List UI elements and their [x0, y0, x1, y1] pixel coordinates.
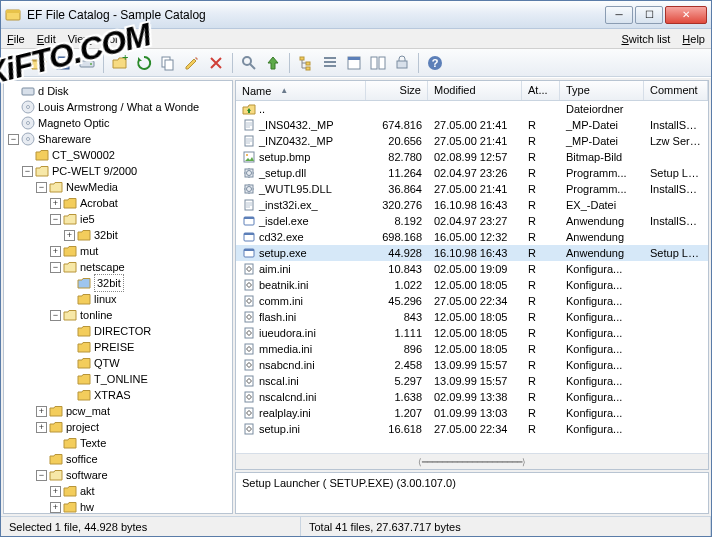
- maximize-button[interactable]: ☐: [635, 6, 663, 24]
- expand-icon[interactable]: +: [64, 230, 75, 241]
- file-row[interactable]: setup.bmp82.78002.08.99 12:57RBitmap-Bil…: [236, 149, 708, 165]
- tree-node[interactable]: +project: [8, 419, 232, 435]
- file-row[interactable]: comm.ini45.29627.05.00 22:34RKonfigura..…: [236, 293, 708, 309]
- tree-node[interactable]: soffice: [8, 451, 232, 467]
- expand-icon[interactable]: +: [36, 422, 47, 433]
- col-size[interactable]: Size: [366, 81, 428, 100]
- file-row[interactable]: realplay.ini1.20701.09.99 13:03RKonfigur…: [236, 405, 708, 421]
- tree-node[interactable]: −NewMedia: [8, 179, 232, 195]
- collapse-icon[interactable]: −: [36, 182, 47, 193]
- folder-open-icon: [63, 260, 77, 274]
- drive-icon[interactable]: [77, 53, 97, 73]
- help-icon[interactable]: ?: [425, 53, 445, 73]
- file-row[interactable]: nscalcnd.ini1.63802.09.99 13:38RKonfigur…: [236, 389, 708, 405]
- tree-node[interactable]: −Shareware: [8, 131, 232, 147]
- expand-icon[interactable]: +: [50, 198, 61, 209]
- search-icon[interactable]: [239, 53, 259, 73]
- file-row[interactable]: aim.ini10.84302.05.00 19:09RKonfigura...: [236, 261, 708, 277]
- file-row[interactable]: _WUTL95.DLL36.86427.05.00 21:41RProgramm…: [236, 181, 708, 197]
- collapse-icon[interactable]: −: [36, 470, 47, 481]
- tree-node[interactable]: 32bit: [8, 275, 232, 291]
- col-attributes[interactable]: At...: [522, 81, 560, 100]
- collapse-icon[interactable]: −: [50, 310, 61, 321]
- view2-icon[interactable]: [368, 53, 388, 73]
- menu-file[interactable]: File: [7, 33, 25, 45]
- tree-node[interactable]: Louis Armstrong / What a Wonde: [8, 99, 232, 115]
- expand-icon[interactable]: +: [36, 406, 47, 417]
- tree-icon[interactable]: [296, 53, 316, 73]
- tree-label: hw: [80, 499, 94, 514]
- minimize-button[interactable]: ─: [605, 6, 633, 24]
- floppy-icon[interactable]: [53, 53, 73, 73]
- expand-icon[interactable]: +: [50, 486, 61, 497]
- close-button[interactable]: ✕: [665, 6, 707, 24]
- file-row[interactable]: cd32.exe698.16816.05.00 12:32RAnwendung: [236, 229, 708, 245]
- collapse-icon[interactable]: −: [22, 166, 33, 177]
- menu-edit[interactable]: Edit: [37, 33, 56, 45]
- file-row[interactable]: _INZ0432._MP20.65627.05.00 21:41R_MP-Dat…: [236, 133, 708, 149]
- tree-node[interactable]: d Disk: [8, 83, 232, 99]
- tree-node[interactable]: −ie5: [8, 211, 232, 227]
- col-type[interactable]: Type: [560, 81, 644, 100]
- copy-icon[interactable]: [158, 53, 178, 73]
- tree-node[interactable]: +hw: [8, 499, 232, 514]
- collapse-icon[interactable]: −: [50, 214, 61, 225]
- tree-node[interactable]: PREISE: [8, 339, 232, 355]
- file-row[interactable]: nsabcnd.ini2.45813.09.99 15:57RKonfigura…: [236, 357, 708, 373]
- tree-node[interactable]: −netscape: [8, 259, 232, 275]
- menu-options[interactable]: tions: [103, 33, 126, 45]
- cell-att: R: [522, 295, 560, 307]
- collapse-icon[interactable]: −: [50, 262, 61, 273]
- delete-icon[interactable]: [206, 53, 226, 73]
- tree-node[interactable]: −PC-WELT 9/2000: [8, 163, 232, 179]
- col-modified[interactable]: Modified: [428, 81, 522, 100]
- tree-node[interactable]: T_ONLINE: [8, 371, 232, 387]
- col-comment[interactable]: Comment: [644, 81, 708, 100]
- tree-panel[interactable]: d DiskLouis Armstrong / What a WondeMagn…: [3, 80, 233, 514]
- menu-view[interactable]: View: [68, 33, 92, 45]
- collapse-icon[interactable]: −: [8, 134, 19, 145]
- file-row[interactable]: beatnik.ini1.02212.05.00 18:05RKonfigura…: [236, 277, 708, 293]
- tree-node[interactable]: +pcw_mat: [8, 403, 232, 419]
- refresh-icon[interactable]: [134, 53, 154, 73]
- file-row[interactable]: _inst32i.ex_320.27616.10.98 16:43REX_-Da…: [236, 197, 708, 213]
- open-icon[interactable]: [29, 53, 49, 73]
- tree-node[interactable]: +akt: [8, 483, 232, 499]
- list-icon[interactable]: [320, 53, 340, 73]
- file-row[interactable]: mmedia.ini89612.05.00 18:05RKonfigura...: [236, 341, 708, 357]
- file-row[interactable]: setup.ini16.61827.05.00 22:34RKonfigura.…: [236, 421, 708, 437]
- add-folder-icon[interactable]: +: [110, 53, 130, 73]
- tree-node[interactable]: QTW: [8, 355, 232, 371]
- file-row[interactable]: iueudora.ini1.11112.05.00 18:05RKonfigur…: [236, 325, 708, 341]
- tree-node[interactable]: +mut: [8, 243, 232, 259]
- file-row[interactable]: ..Dateiordner: [236, 101, 708, 117]
- view1-icon[interactable]: [344, 53, 364, 73]
- tree-node[interactable]: DIRECTOR: [8, 323, 232, 339]
- menu-switch-list[interactable]: Switch list: [621, 33, 670, 45]
- tree-node[interactable]: +Acrobat: [8, 195, 232, 211]
- menu-help[interactable]: Help: [682, 33, 705, 45]
- horizontal-scrollbar[interactable]: ⟨━━━━━━━━━━━━━━━━━━━━⟩: [236, 453, 708, 469]
- file-rows[interactable]: ..Dateiordner_INS0432._MP674.81627.05.00…: [236, 101, 708, 453]
- file-row[interactable]: nscal.ini5.29713.09.99 15:57RKonfigura..…: [236, 373, 708, 389]
- tree-node[interactable]: −tonline: [8, 307, 232, 323]
- file-row[interactable]: flash.ini84312.05.00 18:05RKonfigura...: [236, 309, 708, 325]
- file-row[interactable]: _INS0432._MP674.81627.05.00 21:41R_MP-Da…: [236, 117, 708, 133]
- tree-node[interactable]: Magneto Optic: [8, 115, 232, 131]
- edit-icon[interactable]: [182, 53, 202, 73]
- expand-icon[interactable]: +: [50, 502, 61, 513]
- tree-node[interactable]: −software: [8, 467, 232, 483]
- file-row[interactable]: setup.exe44.92816.10.98 16:43RAnwendungS…: [236, 245, 708, 261]
- file-row[interactable]: _setup.dll11.26402.04.97 23:26RProgramm.…: [236, 165, 708, 181]
- up-icon[interactable]: [263, 53, 283, 73]
- new-catalog-icon[interactable]: [5, 53, 25, 73]
- expand-icon[interactable]: +: [50, 246, 61, 257]
- tree-node[interactable]: +32bit: [8, 227, 232, 243]
- file-row[interactable]: _isdel.exe8.19202.04.97 23:27RAnwendungI…: [236, 213, 708, 229]
- tree-node[interactable]: XTRAS: [8, 387, 232, 403]
- tree-node[interactable]: linux: [8, 291, 232, 307]
- col-name[interactable]: Name▲: [236, 81, 366, 100]
- tree-node[interactable]: Texte: [8, 435, 232, 451]
- tree-node[interactable]: CT_SW0002: [8, 147, 232, 163]
- settings-icon[interactable]: [392, 53, 412, 73]
